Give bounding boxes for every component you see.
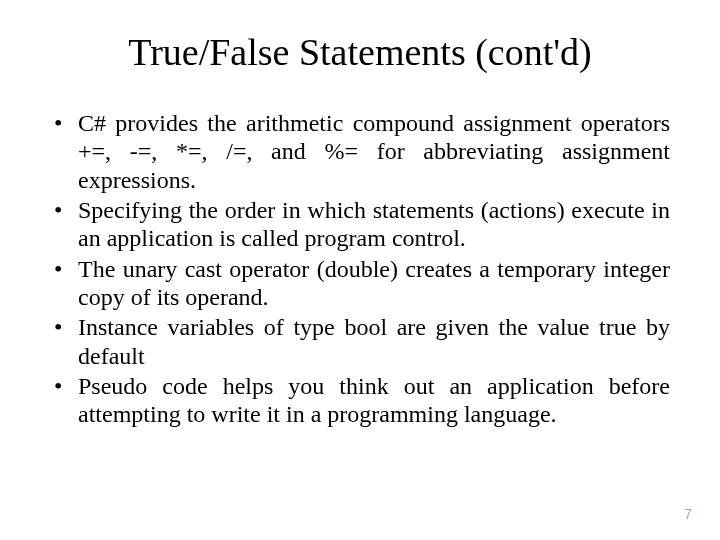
list-item: Pseudo code helps you think out an appli… bbox=[50, 372, 670, 429]
page-number: 7 bbox=[684, 506, 692, 522]
bullet-list: C# provides the arithmetic compound assi… bbox=[50, 109, 670, 428]
slide: True/False Statements (cont'd) C# provid… bbox=[0, 0, 720, 540]
list-item: Specifying the order in which statements… bbox=[50, 196, 670, 253]
list-item: Instance variables of type bool are give… bbox=[50, 313, 670, 370]
slide-title: True/False Statements (cont'd) bbox=[50, 30, 670, 74]
list-item: C# provides the arithmetic compound assi… bbox=[50, 109, 670, 194]
slide-body: C# provides the arithmetic compound assi… bbox=[50, 109, 670, 428]
list-item: The unary cast operator (double) creates… bbox=[50, 255, 670, 312]
